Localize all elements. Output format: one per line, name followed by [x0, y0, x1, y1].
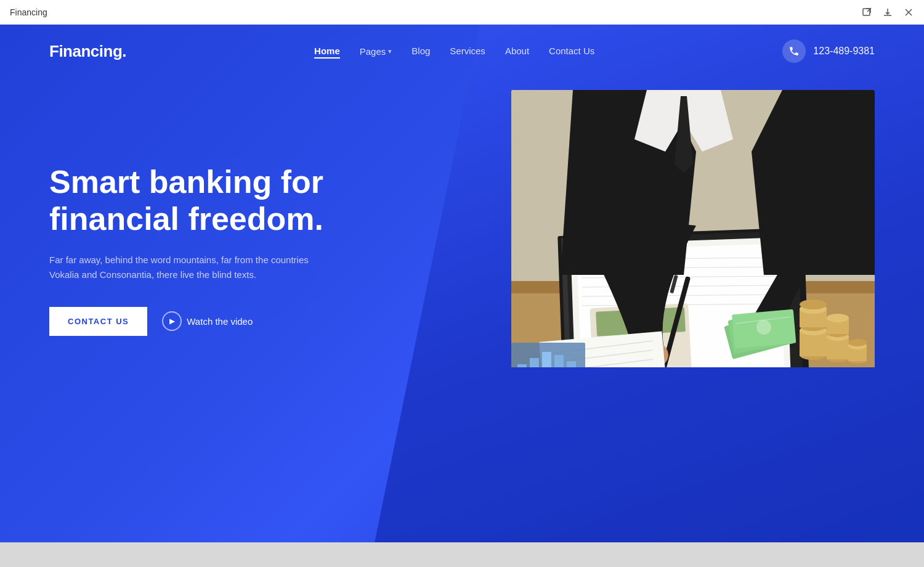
phone-icon	[788, 46, 800, 57]
navbar: Financing. Home Pages ▾ Blog Services Ab…	[0, 25, 924, 78]
nav-item-contact[interactable]: Contact Us	[549, 46, 594, 57]
svg-rect-63	[542, 352, 551, 367]
finance-illustration-svg	[511, 90, 875, 367]
phone-icon-circle	[782, 39, 806, 63]
window-title: Financing	[10, 7, 47, 17]
svg-point-45	[800, 300, 827, 309]
hero-subtitle: Far far away, behind the word mountains,…	[49, 253, 333, 282]
play-icon: ▶	[162, 311, 182, 331]
nav-item-blog[interactable]: Blog	[411, 46, 430, 57]
watch-video-button[interactable]: ▶ Watch the video	[162, 311, 253, 331]
svg-point-51	[827, 314, 849, 322]
svg-rect-61	[517, 364, 527, 367]
nav-item-about[interactable]: About	[505, 46, 529, 57]
watch-video-label: Watch the video	[187, 316, 253, 327]
nav-link-blog[interactable]: Blog	[411, 46, 430, 56]
phone-number: 123-489-9381	[813, 46, 875, 57]
nav-link-contact[interactable]: Contact Us	[549, 46, 594, 56]
website-container: Financing. Home Pages ▾ Blog Services Ab…	[0, 25, 924, 567]
hero-title: Smart banking for financial freedom.	[49, 164, 370, 238]
nav-links: Home Pages ▾ Blog Services About Contact…	[314, 46, 594, 57]
nav-item-pages[interactable]: Pages ▾	[360, 46, 392, 57]
hero-buttons: CONTACT US ▶ Watch the video	[49, 307, 370, 336]
hero-section: Smart banking for financial freedom. Far…	[0, 78, 924, 336]
site-logo[interactable]: Financing.	[49, 42, 126, 61]
close-button[interactable]	[903, 7, 914, 18]
svg-rect-62	[530, 358, 539, 367]
nav-item-services[interactable]: Services	[450, 46, 485, 57]
nav-link-about[interactable]: About	[505, 46, 529, 56]
hero-text: Smart banking for financial freedom. Far…	[49, 127, 370, 336]
nav-link-pages[interactable]: Pages	[360, 46, 386, 57]
download-button[interactable]	[882, 7, 893, 18]
contact-us-button[interactable]: CONTACT US	[49, 307, 147, 336]
nav-phone: 123-489-9381	[782, 39, 875, 63]
svg-rect-64	[554, 355, 564, 367]
nav-link-services[interactable]: Services	[450, 46, 485, 56]
window-controls	[861, 7, 914, 18]
external-link-button[interactable]	[861, 7, 872, 18]
nav-link-home[interactable]: Home	[314, 46, 340, 59]
title-bar: Financing	[0, 0, 924, 25]
svg-point-55	[848, 339, 867, 346]
svg-rect-65	[567, 361, 576, 367]
chevron-down-icon: ▾	[388, 47, 392, 55]
hero-image	[511, 90, 875, 367]
bottom-bar	[0, 542, 924, 567]
nav-item-home[interactable]: Home	[314, 46, 340, 57]
